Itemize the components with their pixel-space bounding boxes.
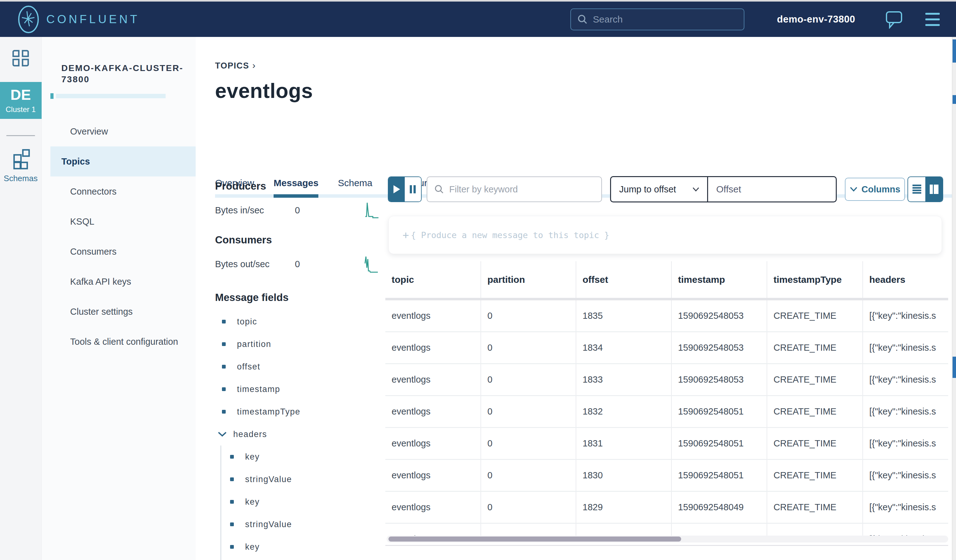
environments-grid-icon[interactable] [11, 48, 31, 68]
jump-mode-select[interactable]: Jump to offset [611, 177, 708, 201]
table-row[interactable]: eventlogs018321590692548051CREATE_TIME[{… [385, 395, 948, 427]
field-timestampType[interactable]: timestampType [215, 400, 385, 423]
chat-icon[interactable] [885, 10, 903, 29]
bytes-out-row: Bytes out/sec 0 [215, 254, 385, 274]
card-view-button[interactable] [925, 177, 943, 201]
usage-track [56, 94, 166, 98]
cell-topic: eventlogs [385, 300, 481, 331]
columns-button[interactable]: Columns [845, 178, 905, 201]
table-row[interactable]: eventlogs018351590692548053CREATE_TIME[{… [385, 300, 948, 331]
field-headers[interactable]: headers [215, 423, 385, 445]
field-bullet-icon [230, 545, 234, 549]
column-header-partition[interactable]: partition [481, 261, 575, 298]
environment-name[interactable]: demo-env-73800 [777, 14, 855, 25]
field-label: offset [237, 362, 261, 372]
sidebar-item-kafka-api-keys[interactable]: Kafka API keys [50, 267, 196, 296]
chevron-down-icon[interactable] [217, 431, 227, 437]
sidebar-item-overview[interactable]: Overview [50, 116, 196, 146]
column-header-timestamp[interactable]: timestamp [671, 261, 767, 298]
filter-field[interactable] [427, 176, 602, 202]
column-header-topic[interactable]: topic [385, 261, 481, 298]
table-row[interactable]: eventlogs018331590692548053CREATE_TIME[{… [385, 363, 948, 395]
cell-partition: 0 [481, 364, 575, 395]
global-search[interactable] [570, 8, 744, 30]
cell-timestampType: CREATE_TIME [767, 300, 862, 331]
vertical-scrollbar[interactable] [952, 37, 956, 560]
header-separator [385, 298, 948, 300]
bytes-in-value: 0 [295, 205, 300, 216]
cell-partition: 0 [481, 332, 575, 363]
table-row[interactable]: eventlogs018291590692548049CREATE_TIME[{… [385, 491, 948, 523]
field-topic[interactable]: topic [215, 311, 385, 333]
cell-partition: 0 [481, 524, 575, 536]
field-bullet-icon [230, 522, 234, 526]
field-stringValue[interactable]: stringValue [221, 513, 385, 536]
columns-button-label: Columns [862, 184, 900, 195]
play-button[interactable] [388, 177, 405, 201]
field-label: timestampType [237, 407, 300, 417]
field-offset[interactable]: offset [215, 355, 385, 378]
field-key[interactable]: key [221, 536, 385, 558]
field-timestamp[interactable]: timestamp [215, 378, 385, 400]
pause-button[interactable] [405, 177, 421, 201]
cell-timestamp: 1590692548053 [671, 332, 767, 363]
pause-icon [409, 185, 417, 194]
field-bullet-icon [222, 387, 226, 391]
table-row[interactable]: eventlogs018341590692548053CREATE_TIME[{… [385, 331, 948, 363]
cell-topic: eventlogs [385, 524, 481, 536]
sidebar-item-topics[interactable]: Topics [50, 146, 196, 176]
offset-input[interactable] [708, 184, 823, 195]
sidebar-item-connectors[interactable]: Connectors [50, 176, 196, 207]
vertical-scrollbar-thumb[interactable] [953, 39, 956, 63]
offset-field[interactable] [708, 177, 836, 201]
sidebar-item-ksql[interactable]: KSQL [50, 207, 196, 237]
produce-message-card[interactable]: + { Produce a new message to this topic … [388, 216, 942, 254]
messages-table: topicpartitionoffsettimestamptimestampTy… [385, 261, 948, 536]
cell-timestamp: 1590692548051 [671, 460, 767, 491]
cell-offset: 1835 [575, 300, 671, 331]
sidebar-item-tools-client-configuration[interactable]: Tools & client configuration [50, 326, 196, 357]
list-view-button[interactable] [908, 177, 925, 201]
field-stringValue[interactable]: stringValue [221, 468, 385, 491]
filter-search-icon [434, 184, 444, 194]
rail-divider [6, 135, 35, 136]
field-partition[interactable]: partition [215, 333, 385, 355]
filter-input[interactable] [449, 184, 587, 195]
sidebar-item-schemas[interactable]: Schemas [4, 149, 38, 184]
field-bullet-icon [222, 365, 226, 369]
bytes-out-value: 0 [295, 259, 300, 269]
breadcrumb-topics[interactable]: TOPICS [215, 61, 249, 71]
sidebar-item-cluster-settings[interactable]: Cluster settings [50, 296, 196, 326]
horizontal-scrollbar-thumb[interactable] [388, 536, 681, 541]
field-stringValue[interactable]: stringValue [221, 558, 385, 560]
table-body: eventlogs018351590692548053CREATE_TIME[{… [385, 300, 948, 536]
cluster-usage-bar [50, 93, 196, 99]
cell-offset: 1830 [575, 460, 671, 491]
table-row[interactable]: eventlogs018281590692548049CREATE_TIME[{… [385, 523, 948, 536]
field-bullet-icon [222, 342, 226, 346]
column-header-headers[interactable]: headers [862, 261, 948, 298]
field-key[interactable]: key [221, 491, 385, 513]
cell-topic: eventlogs [385, 492, 481, 523]
confluent-logo[interactable]: CONFLUENT [17, 5, 140, 34]
table-row[interactable]: eventlogs018311590692548051CREATE_TIME[{… [385, 427, 948, 459]
cell-offset: 1831 [575, 428, 671, 459]
cell-headers: [{"key":"kinesis.s [862, 300, 948, 331]
cluster-tile[interactable]: DE Cluster 1 [0, 82, 42, 119]
search-input[interactable] [593, 14, 728, 25]
cell-timestampType: CREATE_TIME [767, 332, 862, 363]
jump-mode-value: Jump to offset [619, 184, 676, 195]
sidebar-item-consumers[interactable]: Consumers [50, 237, 196, 267]
horizontal-scrollbar[interactable] [387, 536, 948, 543]
schemas-icon [10, 149, 31, 170]
field-key[interactable]: key [221, 445, 385, 468]
column-header-timestampType[interactable]: timestampType [767, 261, 862, 298]
hamburger-menu-icon[interactable] [925, 12, 940, 27]
cluster-initials: DE [10, 87, 31, 102]
table-row[interactable]: eventlogs018301590692548051CREATE_TIME[{… [385, 459, 948, 491]
breadcrumb[interactable]: TOPICS› [215, 60, 956, 71]
column-header-offset[interactable]: offset [575, 261, 671, 298]
cell-partition: 0 [481, 492, 575, 523]
jump-to-offset-combo: Jump to offset [610, 176, 837, 202]
field-label: topic [237, 317, 257, 326]
